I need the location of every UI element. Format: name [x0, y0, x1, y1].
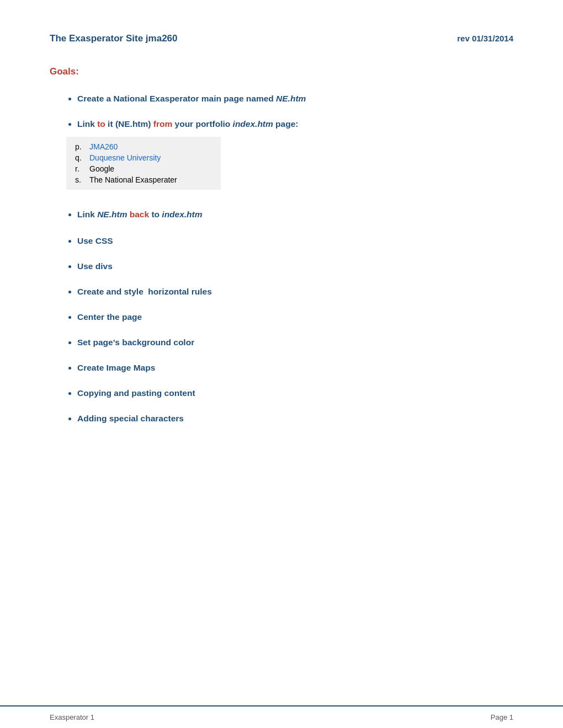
bullet-text: Adding special characters [77, 414, 184, 423]
bullet-text: Use divs [77, 261, 113, 271]
bullet-text: Create a National Exasperator main page … [77, 94, 306, 103]
bullet-text: Link to it (NE.htm) from your portfolio … [77, 119, 298, 129]
list-item: Link to it (NE.htm) from your portfolio … [77, 119, 513, 129]
footer-left: Exasperator 1 [50, 713, 94, 721]
text-red: from [153, 119, 172, 129]
list-item: Use CSS [77, 236, 513, 246]
list-label: r. [75, 164, 85, 173]
filename-italic: index.htm [233, 119, 273, 129]
header-title: The Exasperator Site jma260 [50, 33, 178, 44]
list-item: p. JMA260 [75, 141, 212, 152]
bullet-text: Create Image Maps [77, 363, 155, 372]
list-item: Copying and pasting content [77, 388, 513, 398]
page-wrapper: The Exasperator Site jma260 rev 01/31/20… [0, 0, 563, 728]
list-item: Link NE.htm back to index.htm [77, 210, 513, 220]
list-item: Set page’s background color [77, 338, 513, 347]
bullet-text: Link NE.htm back to index.htm [77, 210, 203, 219]
list-label: p. [75, 142, 85, 151]
list-item: s. The National Exasperater [75, 174, 212, 185]
list-item: Adding special characters [77, 414, 513, 424]
list-label: s. [75, 175, 85, 184]
list-item-text: JMA260 [89, 142, 118, 151]
bullet-text: Center the page [77, 312, 142, 322]
sub-list: p. JMA260 q. Duquesne University r. Goog… [75, 141, 212, 185]
list-item: r. Google [75, 163, 212, 174]
bullet-text: Use CSS [77, 236, 113, 245]
list-item-text: Duquesne University [89, 153, 161, 162]
filename-italic: NE.htm [97, 210, 127, 219]
list-item-text: The National Exasperater [89, 175, 177, 184]
list-item: Create a National Exasperator main page … [77, 94, 513, 104]
list-item: Use divs [77, 261, 513, 271]
filename-italic: index.htm [162, 210, 202, 219]
list-item: Create Image Maps [77, 363, 513, 373]
list-label: q. [75, 153, 85, 162]
list-item: Create and style horizontal rules [77, 287, 513, 297]
list-item-text: Google [89, 164, 114, 173]
header-rev: rev 01/31/2014 [457, 34, 513, 43]
list-item: Center the page [77, 312, 513, 322]
bullet-text: Copying and pasting content [77, 388, 195, 398]
page-header: The Exasperator Site jma260 rev 01/31/20… [50, 33, 513, 44]
text-red: back [130, 210, 149, 219]
list-item: q. Duquesne University [75, 152, 212, 163]
text-red: to [97, 119, 105, 129]
filename-italic: NE.htm [276, 94, 306, 103]
goals-heading: Goals: [50, 66, 513, 77]
goals-list: Create a National Exasperator main page … [50, 94, 513, 424]
bullet-text: Set page’s background color [77, 338, 194, 347]
sublist-container: p. JMA260 q. Duquesne University r. Goog… [66, 137, 221, 190]
bullet-text: Create and style horizontal rules [77, 287, 212, 296]
page-footer: Exasperator 1 Page 1 [0, 705, 563, 728]
footer-center: Page 1 [491, 713, 513, 721]
